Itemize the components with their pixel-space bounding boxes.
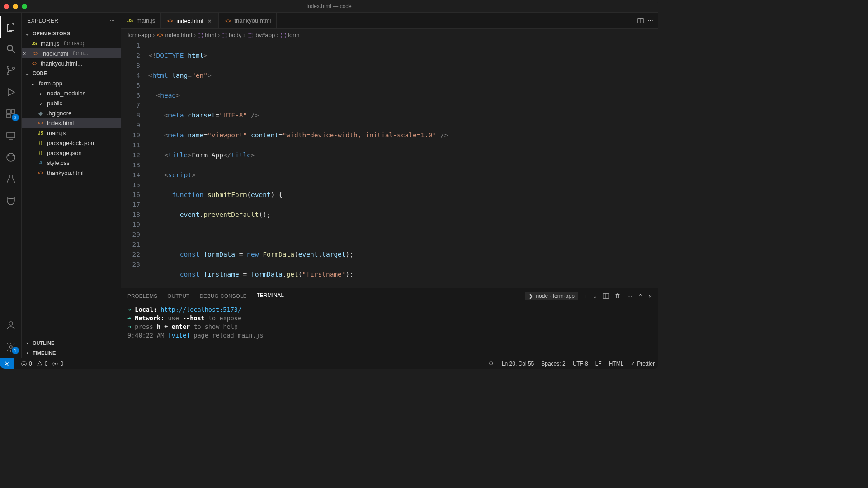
- mask-icon: [5, 195, 16, 206]
- status-indentation[interactable]: Spaces: 2: [541, 361, 565, 367]
- activity-source-control[interactable]: [0, 60, 22, 81]
- file-icon: ◆: [37, 109, 44, 117]
- activity-test[interactable]: [0, 168, 22, 190]
- svg-point-3: [7, 73, 9, 75]
- file-item[interactable]: {}package.json: [22, 148, 121, 158]
- play-bug-icon: [5, 87, 16, 98]
- split-icon[interactable]: [603, 293, 609, 299]
- tab-index-html[interactable]: <>index.html×: [161, 13, 219, 28]
- status-encoding[interactable]: UTF-8: [573, 361, 588, 367]
- breadcrumb-item[interactable]: html: [205, 32, 216, 38]
- workspace-header[interactable]: ⌄ CODE: [22, 68, 121, 78]
- js-icon: JS: [127, 17, 134, 24]
- timeline-header[interactable]: ›TIMELINE: [22, 348, 121, 358]
- trash-icon[interactable]: [614, 293, 621, 299]
- explorer-title: EXPLORER: [27, 18, 58, 24]
- panel-tab-problems[interactable]: PROBLEMS: [127, 293, 157, 299]
- activity-explorer[interactable]: [0, 16, 22, 38]
- code-content[interactable]: <!DOCTYPE html> <html lang="en"> <head> …: [148, 41, 658, 288]
- close-panel-icon[interactable]: ×: [648, 293, 652, 300]
- status-language[interactable]: HTML: [609, 361, 624, 367]
- file-item[interactable]: ◆.hgignore: [22, 108, 121, 118]
- terminal-selector[interactable]: ❯node - form-app: [525, 292, 578, 300]
- tab-thankyou-html[interactable]: <>thankyou.html: [219, 13, 277, 28]
- activity-remote[interactable]: [0, 125, 22, 146]
- more-actions-icon[interactable]: ⋯: [647, 17, 654, 24]
- close-icon[interactable]: ×: [23, 50, 29, 57]
- window-maximize-button[interactable]: [22, 4, 27, 9]
- open-editor-item[interactable]: JS main.js form-app: [22, 38, 121, 48]
- svg-point-21: [489, 361, 492, 365]
- outline-header[interactable]: ›OUTLINE: [22, 338, 121, 348]
- file-item[interactable]: <>index.html: [22, 118, 121, 128]
- breadcrumb-item[interactable]: div#app: [255, 32, 275, 38]
- breadcrumb-item[interactable]: form: [288, 32, 300, 38]
- status-cursor-position[interactable]: Ln 20, Col 55: [502, 361, 534, 367]
- activity-extensions[interactable]: 3: [0, 103, 22, 125]
- panel-tab-terminal[interactable]: TERMINAL: [257, 292, 284, 300]
- chevron-right-icon: ›: [24, 349, 31, 357]
- beaker-icon: [5, 174, 16, 184]
- breadcrumbs[interactable]: form-app› <> index.html› ⬚ html› ⬚ body›…: [121, 29, 658, 41]
- remote-indicator[interactable]: [0, 358, 14, 369]
- terminal-icon: ❯: [528, 293, 533, 299]
- terminal-output[interactable]: ➜ Local: http://localhost:5173/ ➜ Networ…: [121, 304, 658, 358]
- breadcrumb-item[interactable]: form-app: [127, 32, 151, 38]
- file-item[interactable]: <>thankyou.html: [22, 168, 121, 178]
- remote-icon: [5, 130, 16, 141]
- activity-edge[interactable]: [0, 146, 22, 168]
- open-editor-item[interactable]: <> thankyou.html...: [22, 58, 121, 68]
- tab-main-js[interactable]: JSmain.js: [121, 13, 161, 28]
- folder-item[interactable]: ›node_modules: [22, 88, 121, 98]
- folder-item[interactable]: ›public: [22, 98, 121, 108]
- window-minimize-button[interactable]: [13, 4, 18, 9]
- explorer-more-icon[interactable]: ⋯: [109, 18, 115, 24]
- file-item[interactable]: JSmain.js: [22, 128, 121, 138]
- file-item[interactable]: #style.css: [22, 158, 121, 168]
- close-icon[interactable]: ×: [206, 17, 213, 24]
- account-icon: [5, 320, 16, 331]
- open-editor-item[interactable]: × <> index.html form...: [22, 48, 121, 58]
- search-icon: [5, 43, 16, 54]
- activity-account[interactable]: [0, 314, 22, 336]
- html-icon: <>: [224, 17, 231, 24]
- svg-point-20: [55, 363, 57, 365]
- chevron-down-icon: ⌄: [24, 70, 31, 77]
- maximize-panel-icon[interactable]: ⌃: [638, 293, 643, 300]
- svg-line-1: [12, 50, 15, 53]
- status-errors[interactable]: 0: [21, 361, 32, 367]
- chevron-down-icon: ⌄: [29, 80, 36, 87]
- status-zoom[interactable]: [488, 361, 495, 367]
- svg-point-10: [7, 153, 15, 161]
- chevron-down-icon[interactable]: ⌄: [592, 293, 597, 300]
- status-ports[interactable]: 0: [52, 361, 63, 367]
- activity-search[interactable]: [0, 38, 22, 60]
- file-item[interactable]: {}package-lock.json: [22, 138, 121, 148]
- svg-point-2: [7, 66, 9, 68]
- split-editor-icon[interactable]: [637, 18, 644, 24]
- chevron-right-icon: ›: [37, 89, 44, 97]
- new-terminal-icon[interactable]: +: [584, 293, 587, 300]
- window-close-button[interactable]: [4, 4, 9, 9]
- json-icon: {}: [37, 139, 44, 146]
- code-editor[interactable]: 1234567891011121314151617181920212223 <!…: [121, 41, 658, 288]
- status-eol[interactable]: LF: [595, 361, 602, 367]
- activity-settings[interactable]: 1: [0, 336, 22, 358]
- status-prettier[interactable]: ✓ Prettier: [631, 361, 655, 367]
- settings-badge: 1: [12, 347, 19, 354]
- more-icon[interactable]: ⋯: [626, 293, 632, 300]
- activity-run-debug[interactable]: [0, 81, 22, 103]
- status-warnings[interactable]: 0: [37, 361, 48, 367]
- panel-tab-output[interactable]: OUTPUT: [167, 293, 189, 299]
- folder-item[interactable]: ⌄ form-app: [22, 78, 121, 88]
- chevron-right-icon: ›: [24, 339, 31, 347]
- svg-point-4: [12, 67, 14, 69]
- activity-playwright[interactable]: [0, 190, 22, 211]
- open-editors-header[interactable]: ⌄ OPEN EDITORS: [22, 28, 121, 38]
- svg-rect-5: [7, 110, 10, 113]
- js-icon: JS: [37, 129, 44, 136]
- breadcrumb-item[interactable]: index.html: [165, 32, 192, 38]
- titlebar: index.html — code: [0, 0, 658, 13]
- panel-tab-debug-console[interactable]: DEBUG CONSOLE: [199, 293, 246, 299]
- breadcrumb-item[interactable]: body: [229, 32, 241, 38]
